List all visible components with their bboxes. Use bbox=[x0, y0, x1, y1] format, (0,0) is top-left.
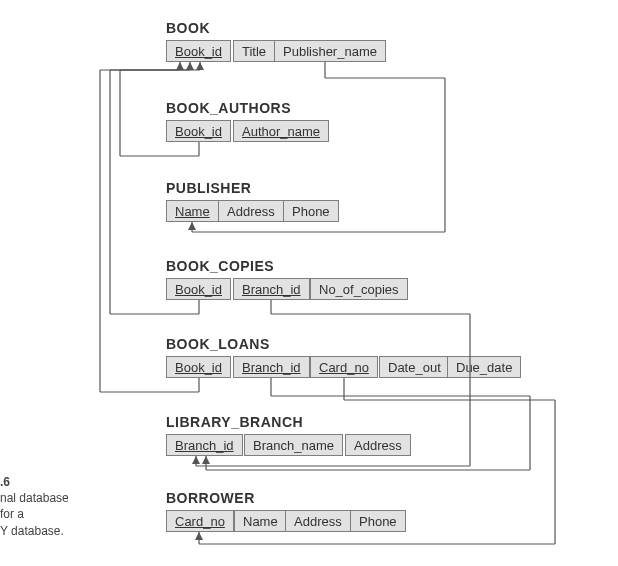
attr-book-bookid: Book_id bbox=[166, 40, 231, 62]
caption-line3: Y database. bbox=[0, 523, 69, 539]
table-title-authors: BOOK_AUTHORS bbox=[166, 100, 291, 116]
attr-borrower-phone: Phone bbox=[350, 510, 406, 532]
caption-line1: nal database bbox=[0, 490, 69, 506]
caption-number: .6 bbox=[0, 474, 69, 490]
attr-loans-cardno: Card_no bbox=[310, 356, 378, 378]
attr-branch-address: Address bbox=[345, 434, 411, 456]
attr-authors-bookid: Book_id bbox=[166, 120, 231, 142]
svg-marker-17 bbox=[186, 62, 194, 70]
table-title-branch: LIBRARY_BRANCH bbox=[166, 414, 303, 430]
attr-branch-branchid: Branch_id bbox=[166, 434, 243, 456]
attr-publisher-phone: Phone bbox=[283, 200, 339, 222]
attr-copies-no: No_of_copies bbox=[310, 278, 408, 300]
caption-line2: for a bbox=[0, 506, 69, 522]
attr-loans-branchid: Branch_id bbox=[233, 356, 310, 378]
svg-marker-29 bbox=[196, 62, 204, 70]
attr-authors-name: Author_name bbox=[233, 120, 329, 142]
attr-book-title: Title bbox=[233, 40, 275, 62]
attr-branch-name: Branch_name bbox=[244, 434, 343, 456]
attr-loans-dateout: Date_out bbox=[379, 356, 450, 378]
attr-publisher-address: Address bbox=[218, 200, 284, 222]
attr-borrower-cardno: Card_no bbox=[166, 510, 234, 532]
attr-copies-bookid: Book_id bbox=[166, 278, 231, 300]
attr-loans-duedate: Due_date bbox=[447, 356, 521, 378]
svg-marker-35 bbox=[202, 456, 210, 464]
attr-publisher-name: Name bbox=[166, 200, 219, 222]
svg-marker-5 bbox=[176, 62, 184, 70]
table-title-copies: BOOK_COPIES bbox=[166, 258, 274, 274]
table-title-book: BOOK bbox=[166, 20, 210, 36]
attr-copies-branchid: Branch_id bbox=[233, 278, 310, 300]
attr-book-publisher: Publisher_name bbox=[274, 40, 386, 62]
svg-marker-11 bbox=[188, 222, 196, 230]
attr-loans-bookid: Book_id bbox=[166, 356, 231, 378]
figure-caption: .6 nal database for a Y database. bbox=[0, 474, 69, 539]
table-title-publisher: PUBLISHER bbox=[166, 180, 251, 196]
table-title-borrower: BORROWER bbox=[166, 490, 255, 506]
svg-marker-23 bbox=[192, 456, 200, 464]
table-title-loans: BOOK_LOANS bbox=[166, 336, 270, 352]
svg-marker-41 bbox=[195, 532, 203, 540]
attr-borrower-name: Name bbox=[234, 510, 287, 532]
attr-borrower-addr: Address bbox=[285, 510, 351, 532]
